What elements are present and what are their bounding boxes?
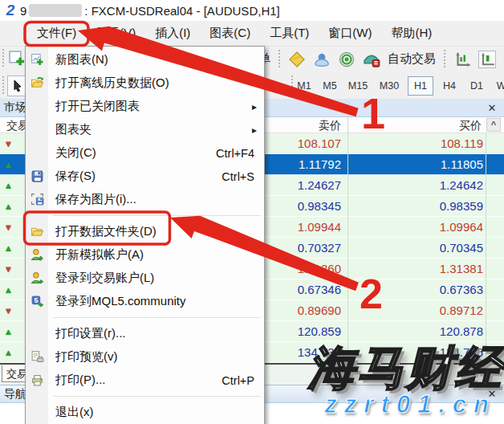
file-menu-dropdown: 新图表(N)打开离线历史数据(O)打开已关闭图表▸图表夹▸关闭(C)Ctrl+F… [25, 46, 265, 424]
menu-item-print-preview[interactable]: 打印预览(v) [26, 345, 264, 369]
menu-item-login-trade-account[interactable]: 登录到交易账户(L) [26, 267, 264, 290]
open-folder-icon [26, 225, 48, 238]
chart-axis-icon-1[interactable] [453, 51, 471, 68]
menu-item-label: 保存(S) [55, 169, 96, 184]
chart-axis-icon-2[interactable] [478, 51, 496, 68]
market-watch-symbols-tab[interactable]: 交易品种 [2, 365, 26, 382]
cursor-icon [12, 80, 23, 92]
timeframe-m5[interactable]: M5 [319, 76, 340, 96]
toolbar-grip[interactable] [443, 50, 446, 69]
menubar-tools[interactable]: 工具(T) [260, 21, 319, 46]
sell-price: 108.107 [298, 137, 341, 150]
sell-price: 0.98345 [298, 199, 341, 213]
sell-price: 0.70327 [298, 241, 341, 255]
menu-item-save-as-picture[interactable]: 保存为图片(i)... [26, 188, 264, 211]
timeframe-m30[interactable]: M30 [376, 76, 403, 96]
menu-item-label: 打印(P)... [55, 373, 106, 388]
menu-item-label: 打印预览(v) [55, 349, 118, 365]
menu-separator [50, 392, 264, 401]
menu-item-save[interactable]: 保存(S)Ctrl+S [26, 165, 264, 188]
timeframe-w1[interactable]: W1 [493, 76, 504, 96]
toolbar-grip[interactable] [2, 76, 5, 96]
menu-item-label: 开新模拟帐户(A) [55, 247, 144, 263]
menu-item-new-chart[interactable]: 新图表(N) [26, 48, 264, 71]
buy-price: 1.31381 [440, 262, 483, 275]
trend-up-icon: ▲ [4, 326, 13, 337]
user-login-icon [26, 271, 48, 285]
menubar-help[interactable]: 帮助(H) [381, 21, 441, 46]
trend-up-icon: ▲ [4, 347, 13, 358]
sell-price: 1.09944 [298, 220, 341, 234]
autotrading-button[interactable]: 自动交易 [388, 51, 436, 67]
timeframe-h1[interactable]: H1 [408, 76, 433, 96]
trend-up-icon: ▲ [4, 180, 13, 191]
sell-price: 120.859 [298, 324, 341, 338]
menu-shortcut: Ctrl+F4 [216, 147, 254, 160]
timeframe-d1[interactable]: D1 [465, 76, 488, 96]
menu-item-open-demo-account[interactable]: 开新模拟帐户(A) [26, 243, 264, 267]
column-divider [348, 117, 348, 363]
menu-item-label: 新图表(N) [55, 52, 108, 67]
menu-item-print-setup[interactable]: 打印设置(r)... [26, 322, 264, 345]
menu-item-close[interactable]: 关闭(C)Ctrl+F4 [26, 141, 264, 165]
save-picture-icon [26, 193, 48, 206]
navigator-title: 导航 [4, 387, 26, 402]
menu-item-print[interactable]: 打印(P)...Ctrl+P [26, 369, 264, 392]
menu-item-label: 保存为图片(i)... [55, 192, 136, 207]
mql5-icon: 5 [26, 295, 48, 308]
menu-item-login-mql5[interactable]: 5登录到MQL5.community [26, 290, 264, 313]
timeframe-bar: M1M5M15M30H1H4D1W1 [294, 72, 504, 99]
community-cloud-icon[interactable] [313, 51, 331, 68]
trend-down-icon: ▼ [4, 305, 13, 316]
autotrading-icon[interactable] [363, 51, 380, 68]
menubar-view[interactable]: 显示(V) [86, 21, 145, 46]
menubar-window[interactable]: 窗口(W) [319, 21, 381, 46]
submenu-arrow-icon: ▸ [252, 101, 257, 112]
sell-column-header[interactable]: 卖价 [319, 119, 341, 133]
toolbar-right-cluster: 新订单 自动交易 [234, 46, 496, 72]
market-watch-close-icon[interactable]: ✕ [485, 101, 499, 115]
menu-item-label: 登录到交易账户(L) [55, 271, 154, 286]
buy-price: 0.67363 [440, 283, 483, 296]
buy-price: 1.11805 [441, 157, 483, 171]
menu-item-exit[interactable]: 退出(x) [26, 401, 264, 424]
buy-price: 0.89712 [440, 304, 483, 317]
watermark-url: zzrt01.cn [324, 390, 496, 419]
menubar-file[interactable]: 文件(F) [27, 21, 86, 46]
scroll-up-button[interactable]: ^ [486, 118, 501, 132]
symbol-dropdown-caret[interactable]: ▼ [265, 72, 278, 99]
buy-price: 1.24642 [440, 178, 483, 192]
printer-icon [26, 373, 48, 387]
menu-separator [50, 313, 264, 322]
user-plus-icon [26, 248, 48, 262]
open-offline-icon [26, 76, 48, 90]
menu-item-label: 登录到MQL5.community [55, 294, 186, 309]
menu-bar: 文件(F)显示(V)插入(I)图表(C)工具(T)窗口(W)帮助(H) [0, 21, 504, 46]
timeframe-h4[interactable]: H4 [438, 76, 461, 96]
menu-item-open-data-folder[interactable]: 打开数据文件夹(D) [26, 220, 264, 243]
new-chart-toolbar-icon[interactable] [8, 50, 26, 67]
menubar-charts[interactable]: 图表(C) [200, 21, 260, 46]
menu-item-chart-profiles[interactable]: 图表夹▸ [26, 118, 264, 141]
toolbar-grip[interactable] [2, 49, 5, 68]
toolbar-grip[interactable] [278, 50, 281, 69]
trend-up-icon: ▲ [4, 201, 13, 212]
timeframe-m1[interactable]: M1 [294, 76, 315, 96]
menu-item-label: 退出(x) [55, 405, 94, 420]
menu-item-open-closed-charts[interactable]: 打开已关闭图表▸ [26, 95, 264, 118]
buy-price: 0.98359 [440, 199, 483, 213]
window-titlebar: 2 9 : FXCM-USDReal04 - [AUDUSD,H1] [0, 0, 504, 21]
print-preview-icon [26, 350, 48, 364]
new-chart-icon [26, 53, 48, 67]
buy-column-header[interactable]: 买价 [459, 119, 482, 133]
menu-item-open-offline-history[interactable]: 打开离线历史数据(O) [26, 71, 264, 95]
sell-price: 0.89690 [298, 304, 341, 317]
signals-icon[interactable] [338, 51, 356, 68]
menubar-insert[interactable]: 插入(I) [145, 21, 200, 46]
market-icon[interactable] [288, 51, 306, 68]
toolbar-left-cluster [2, 49, 26, 68]
menu-shortcut: Ctrl+S [222, 170, 254, 183]
menu-shortcut: Ctrl+P [222, 374, 254, 387]
timeframe-m15[interactable]: M15 [345, 76, 371, 96]
menu-item-label: 打开数据文件夹(D) [55, 224, 156, 239]
